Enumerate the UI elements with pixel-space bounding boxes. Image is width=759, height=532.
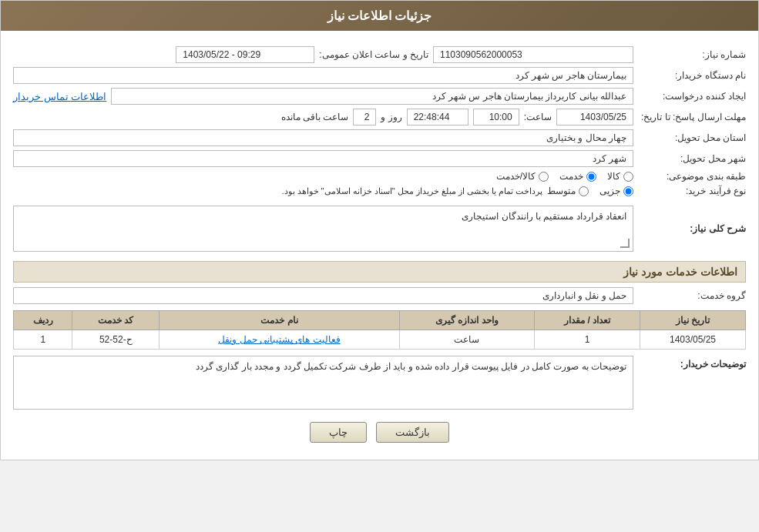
buyer-desc-label: توضیحات خریدار: — [638, 356, 746, 370]
button-row: بازگشت چاپ — [13, 422, 746, 443]
col-header-code: کد خدمت — [72, 311, 160, 330]
delivery-city-value: شهر کرد — [13, 150, 633, 167]
purchase-type-partial-radio[interactable] — [623, 186, 633, 196]
category-service-option[interactable]: خدمت — [559, 171, 596, 182]
cell-row: 1 — [14, 330, 72, 350]
category-goods-service-radio[interactable] — [539, 172, 549, 182]
purchase-type-medium-label: متوسط — [547, 186, 576, 196]
cell-name[interactable]: فعالیت های پشتیبانی حمل ونقل — [160, 330, 400, 350]
need-number-value: 1103090562000053 — [433, 46, 633, 63]
category-radio-group: کالا/خدمت خدمت کالا — [496, 171, 633, 182]
services-table-section: تاریخ نیاز تعداد / مقدار واحد اندازه گیر… — [13, 310, 746, 350]
col-header-unit: واحد اندازه گیری — [399, 311, 534, 330]
need-desc-value: انعقاد قرارداد مستقیم با رانندگان استیجا… — [462, 211, 626, 222]
buyer-desc-box: توضیحات به صورت کامل در فایل پیوست قرار … — [13, 356, 633, 410]
page-header: جزئیات اطلاعات نیاز — [1, 1, 758, 31]
back-button[interactable]: بازگشت — [376, 422, 449, 443]
remaining-days: 2 — [353, 109, 376, 125]
service-group-label: گروه خدمت: — [638, 290, 746, 301]
col-header-row: ردیف — [14, 311, 72, 330]
delivery-city-label: شهر محل تحویل: — [638, 153, 746, 164]
purchase-type-medium-radio[interactable] — [579, 186, 589, 196]
announce-date-value: 1403/05/22 - 09:29 — [176, 46, 314, 63]
remaining-time-label: ساعت باقی مانده — [281, 112, 349, 122]
col-header-name: نام خدمت — [160, 311, 400, 330]
delivery-province-label: استان محل تحویل: — [638, 132, 746, 143]
purchase-type-medium-option[interactable]: متوسط — [547, 186, 589, 196]
page-title: جزئیات اطلاعات نیاز — [327, 9, 432, 22]
category-label: طبقه بندی موضوعی: — [638, 171, 746, 182]
print-button[interactable]: چاپ — [310, 422, 367, 443]
need-desc-label: شرح کلی نیاز: — [638, 223, 746, 234]
remaining-time: 22:48:44 — [407, 109, 468, 125]
category-service-radio[interactable] — [586, 172, 596, 182]
cell-quantity: 1 — [535, 330, 640, 350]
purchase-type-group: متوسط جزیی — [547, 186, 633, 196]
purchase-note: پرداخت تمام یا بخشی از مبلغ خریداز محل "… — [13, 186, 542, 196]
table-row: 1403/05/25 1 ساعت فعالیت های پشتیبانی حم… — [14, 330, 746, 350]
col-header-quantity: تعداد / مقدار — [535, 311, 640, 330]
purchase-type-partial-option[interactable]: جزیی — [599, 186, 633, 196]
category-goods-option[interactable]: کالا — [607, 171, 633, 182]
category-goods-service-option[interactable]: کالا/خدمت — [496, 171, 549, 182]
services-table: تاریخ نیاز تعداد / مقدار واحد اندازه گیر… — [13, 310, 746, 350]
deadline-label: مهلت ارسال پاسخ: تا تاریخ: — [638, 112, 746, 122]
creator-value: عبدالله بیانی کاربرداز بیمارستان هاجر س … — [111, 88, 633, 105]
need-desc-box: انعقاد قرارداد مستقیم با رانندگان استیجا… — [13, 206, 633, 252]
services-section-title: اطلاعات خدمات مورد نیاز — [13, 261, 746, 283]
creator-label: ایجاد کننده درخواست: — [638, 91, 746, 102]
buyer-desc-row: توضیحات خریدار: توضیحات به صورت کامل در … — [13, 356, 746, 410]
remaining-days-label: روز و — [381, 112, 401, 122]
creator-contact-link[interactable]: اطلاعات تماس خریدار — [13, 91, 106, 102]
cell-date: 1403/05/25 — [640, 330, 746, 350]
deadline-date: 1403/05/25 — [556, 109, 633, 125]
buyer-org-label: نام دستگاه خریدار: — [638, 70, 746, 81]
cell-code: ح-52-52 — [72, 330, 160, 350]
cell-unit: ساعت — [399, 330, 534, 350]
service-group-value: حمل و نقل و انبارداری — [13, 287, 633, 304]
need-number-label: شماره نیاز: — [638, 49, 746, 60]
category-service-label: خدمت — [559, 171, 583, 182]
category-goods-label: کالا — [607, 171, 620, 182]
buyer-desc-value: توضیحات به صورت کامل در فایل پیوست قرار … — [196, 361, 626, 372]
deadline-time: 10:00 — [473, 109, 519, 125]
announce-date-label: تاریخ و ساعت اعلان عمومی: — [319, 49, 428, 60]
buyer-org-value: بیمارستان هاجر س شهر کرد — [13, 67, 633, 84]
deadline-time-label: ساعت: — [524, 112, 552, 122]
delivery-province-value: چهار محال و بختیاری — [13, 129, 633, 146]
category-goods-service-label: کالا/خدمت — [496, 171, 536, 182]
col-header-date: تاریخ نیاز — [640, 311, 746, 330]
purchase-type-partial-label: جزیی — [599, 186, 620, 196]
purchase-type-label: نوع فرآیند خرید: — [638, 186, 746, 196]
category-goods-radio[interactable] — [623, 172, 633, 182]
